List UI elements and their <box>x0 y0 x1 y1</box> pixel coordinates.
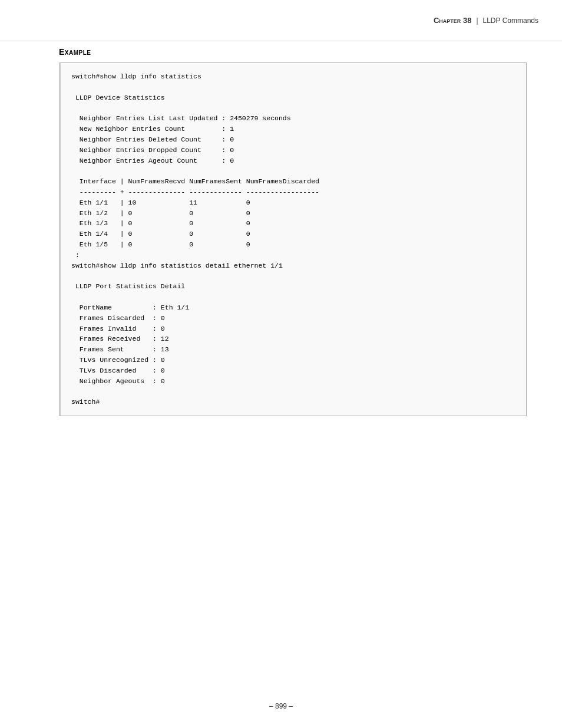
header-separator: | <box>476 17 478 25</box>
page-footer: – 899 – <box>0 702 562 710</box>
section-title: LLDP Commands <box>483 17 539 25</box>
example-heading: Example <box>59 47 527 57</box>
code-block: switch#show lldp info statistics LLDP De… <box>59 62 527 416</box>
page-number: – 899 – <box>269 702 293 710</box>
page-header: Chapter 38|LLDP Commands <box>0 0 562 41</box>
page-content: Example switch#show lldp info statistics… <box>59 47 527 416</box>
chapter-label: Chapter 38 <box>434 16 471 25</box>
